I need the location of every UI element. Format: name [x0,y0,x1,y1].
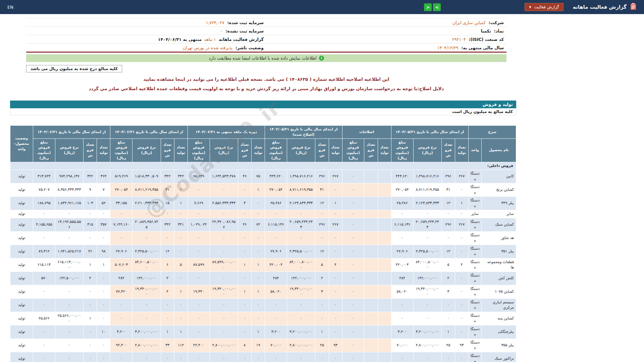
value-cell: ۶,۱۱۵,۱۳۶ [265,218,287,231]
value-cell [378,210,391,218]
value-cell: ۰ [342,352,364,362]
previous-report-button[interactable]: > [433,3,441,11]
value-cell: ۳۴۲ [161,170,174,183]
value-cell [378,352,391,362]
value-cell: ۰ [187,231,210,245]
value-cell: ۳,۲۰۰,۰۰۰,۰۰۰ [132,325,161,339]
product-row: کمباین پنبهدستگاه۰۰۰۰۰۰۰۰۰۰۰۰۰۰۰۰۰۰۱۲۵,۵… [10,312,516,325]
value-cell: ۳۶۴ [97,170,110,183]
value-cell: ۰ [252,352,265,362]
value-cell: ۱ [315,325,329,339]
value-cell: ۱ [252,183,265,197]
status-cell: تولید [10,272,33,285]
value-cell: ۳۱ [161,183,174,197]
info-row: نماد: تکمبا سرمایه ثبت نشده: ۰ [26,27,506,35]
product-row: سایرسایر۰۰۰۰۰۰۰۰۰۰۰۰۰۰۰۰۰۰۰۰۰تولید [10,210,516,218]
value-cell: ۰ [315,231,329,245]
product-name-cell: کمباین پنبه [482,312,516,325]
company-name-link[interactable]: کمباین سازی ایران [452,20,485,25]
value-cell: ۰ [329,285,342,298]
value-cell: ۰ [342,258,364,272]
column-header: واحد [469,138,482,162]
value-cell: ۰ [329,272,342,285]
report-pagination: > < [424,3,441,11]
value-cell: ۰ [97,231,110,245]
chevron-down-icon: ▼ [529,6,531,9]
value-cell: ۰ [210,245,238,258]
value-cell: ۲۸۴ [110,272,132,285]
value-cell: ۰ [252,298,265,312]
unit-cell: دستگاه [469,352,482,362]
amendment-notice-text: این اطلاعیه اصلاحیه اطلاعیه شماره ( ۱۴۰۸… [185,77,389,82]
product-row: کابیندستگاه۲۶۷۲۹۶۱,۴۹۸,۷۱۶,۲۱۶۴۴۳,۶۲۰۰۲۶… [10,170,516,183]
value-cell: ۰ [455,325,468,339]
value-cell: ۲۰,۶۵۹,۲۴۳,۲۴۳ [413,218,441,231]
value-cell [364,197,378,210]
report-period-suffix: منتهی به ۱۴۰۴/۰۶/۳۱ [158,37,202,42]
product-name-cell: هد شاور [482,231,516,245]
amendment-notice-tail: مشاهده نمایید [143,77,175,82]
value-cell: ۱۹,۳۴۰,۰۰۰,۰۰۰ [413,285,441,298]
product-name-cell: تراکتور سبک [482,352,516,362]
value-cell: ۴۶ [84,245,97,258]
value-cell: ۰ [174,312,187,325]
value-cell: ۵۲ [97,197,110,210]
status-cell: تولید [10,218,33,231]
value-cell: ۲۶۷ [455,218,468,231]
value-cell: ۱ [174,325,187,339]
unit-cell: دستگاه [469,245,482,258]
value-cell: ۰ [132,352,161,362]
value-cell: ۲۶۷ [329,170,342,183]
status-cell: تولید [10,312,33,325]
column-header: نرخ فروش (ریال) [210,138,238,162]
value-cell: ۰ [97,210,110,218]
language-toggle[interactable]: EN [7,5,13,10]
value-cell: ۰ [84,339,97,352]
report-period-label: گزارش فعالیت ماهانه [219,37,264,42]
value-cell: ۸۹,۳۱۲ [33,245,55,258]
value-cell: ۰ [238,231,252,245]
value-cell: ۸۴,۰۰۰,۸۰۰,۰۰۰ [413,258,441,272]
value-cell [378,285,391,298]
value-cell: ۲۵,۵۶۶,۰۰۰,۰۰۰ [55,312,83,325]
info-row: کد صنعت (ISIC): ۲۹۲۱۰۴ گزارش فعالیت ماها… [26,35,506,44]
value-cell: ۸۴,۶۰۰,۵۰۰,۰۰۰ [132,258,161,272]
status-column-header: وضعیت محصول-واحد [10,126,33,162]
value-cell: ۰ [329,183,342,197]
value-cell [378,170,391,183]
value-cell: ۸۷,۵۹۹,۰۰۰,۰۰۰ [210,258,238,272]
value-cell: ۷,۶۶۹ [187,197,210,210]
value-cell: ۰ [238,325,252,339]
unit-cell: دستگاه [469,183,482,197]
unit-cell: دستگاه [469,231,482,245]
value-cell: ۴ [84,272,97,285]
value-cell: ۵ [441,258,455,272]
value-cell: ۱۹,۳۴۰,۰۰۰,۰۰۰ [132,285,161,298]
value-cell: ۰ [441,210,455,218]
product-row: هد شاوردستگاه۰۰۰۰۰۰۰۰۰۰۰۰۰۰۰۰۰۰۰۰۰تولید [10,231,516,245]
product-name-cell: سایر [482,210,516,218]
value-cell: ۲۹۶ [315,218,329,231]
product-name-cell: کلش کش [482,272,516,285]
issuer-status-value: پذیرفته شده در بورس تهران [183,45,232,50]
previous-version-link[interactable]: اینجا [175,77,185,82]
isic-code-label: کد صنعت (ISIC): [469,37,504,42]
report-type-dropdown[interactable]: گزارش فعالیت ▼ [525,3,563,11]
column-header: مبلغ فروش (میلیون ریال) [33,138,55,162]
column-header: نرخ فروش (ریال) [287,138,315,162]
value-cell: ۰ [265,312,287,325]
value-cell [364,298,378,312]
unit-cell: دستگاه [469,298,482,312]
value-cell: ۰ [33,285,55,298]
value-cell: ۰ [455,245,468,258]
next-report-button[interactable]: < [424,3,432,11]
column-header: مبلغ فروش (میلیون ریال) [187,138,210,162]
column-header: نرخ فروش (ریال) [413,138,441,162]
value-cell: ۳۴۲ [174,170,187,183]
product-name-cell: بیلر ۳۵۵ [482,339,516,352]
value-cell: ۱ [161,325,174,339]
value-cell: ۴,۱۵۵,۶۵۵ [33,218,55,231]
value-cell: ۳۱ [441,183,455,197]
value-cell: ۰ [252,197,265,210]
value-cell: ۰ [187,298,210,312]
